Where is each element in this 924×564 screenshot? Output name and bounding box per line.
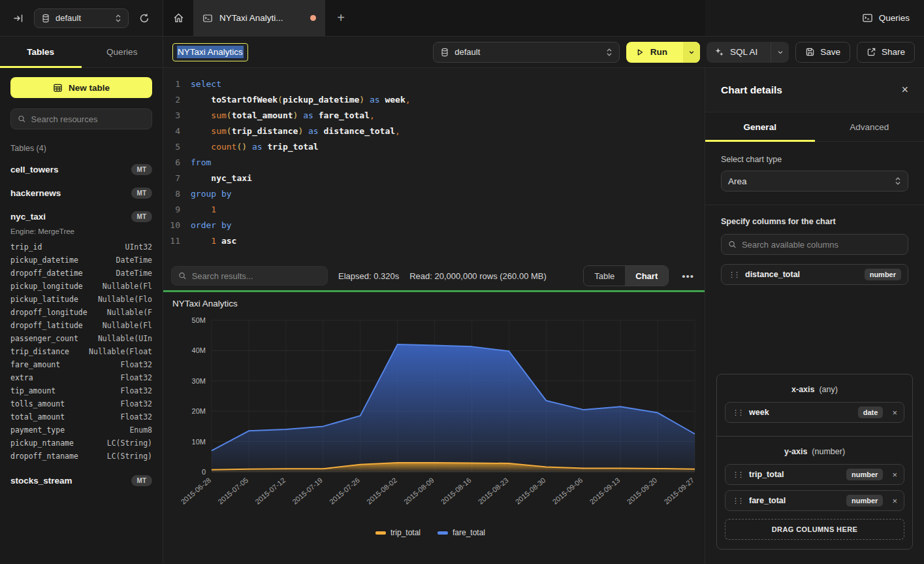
code-line: 5 count() as trip_total [163,139,705,155]
column-row[interactable]: tolls_amountFloat32 [10,397,152,410]
code-token: order by [191,218,232,233]
search-icon [728,240,737,249]
resources-search[interactable] [10,108,152,129]
column-row[interactable]: total_amountFloat32 [10,410,152,423]
run-button[interactable]: Run [626,42,700,63]
toggle-table[interactable]: Table [584,266,625,286]
code-line: 3 sum(total_amount) as fare_total, [163,108,705,124]
query-title-selected-text: NYTaxi Analytics [177,46,244,58]
column-drag-item[interactable]: ⋮⋮fare_totalnumber× [725,490,904,511]
column-type-badge: number [846,495,883,506]
queries-button[interactable]: Queries [862,12,910,24]
legend-item-fare_total[interactable]: fare_total [438,528,485,537]
code-token [191,202,211,218]
column-name: dropoff_longitude [10,308,88,317]
column-row[interactable]: pickup_datetimeDateTime [10,254,152,267]
results-search-input[interactable] [192,271,321,281]
save-button[interactable]: Save [795,42,850,63]
column-type-badge: number [865,269,901,280]
column-drag-item[interactable]: ⋮⋮trip_totalnumber× [725,464,904,485]
collapse-sidebar-button[interactable] [9,9,27,27]
new-table-button[interactable]: New table [10,77,152,98]
code-token: toStartOfWeek [211,92,278,108]
code-token [191,171,211,186]
home-icon [173,12,184,24]
drag-handle-icon[interactable]: ⋮⋮ [732,471,742,479]
column-row[interactable]: trip_distanceNullable(Float [10,345,152,358]
y-tick-label: 50M [192,316,206,324]
home-button[interactable] [163,0,193,36]
run-options-caret[interactable] [683,42,700,63]
columns-search-input[interactable] [742,240,901,250]
sql-ai-caret[interactable] [771,42,789,63]
new-tab-button[interactable]: + [325,0,357,36]
column-row[interactable]: dropoff_datetimeDateTime [10,267,152,280]
table-name: stocks_stream [10,476,72,486]
resources-search-input[interactable] [31,114,145,124]
column-type: UInt32 [125,242,152,252]
drag-columns-dropzone[interactable]: DRAG COLUMNS HERE [725,519,904,540]
column-row[interactable]: pickup_longitudeNullable(Fl [10,280,152,293]
column-row[interactable]: pickup_ntanameLC(String) [10,437,152,450]
column-name: dropoff_datetime [10,269,83,278]
code-token: , [406,92,411,108]
column-row[interactable]: dropoff_latitudeNullable(Fl [10,319,152,332]
share-button[interactable]: Share [857,42,915,63]
drag-handle-icon[interactable]: ⋮⋮ [728,271,739,279]
column-row[interactable]: fare_amountFloat32 [10,358,152,371]
legend-item-trip_total[interactable]: trip_total [375,528,421,537]
sidebar-tab-queries[interactable]: Queries [82,37,163,67]
chart-type-selector[interactable]: Area [721,171,908,191]
table-row[interactable]: stocks_streamMT [10,473,152,488]
sql-ai-button[interactable]: SQL AI [707,42,789,63]
code-token: ) [359,92,364,108]
close-icon[interactable]: × [901,83,908,97]
tab-advanced[interactable]: Advanced [815,112,924,141]
refresh-button[interactable] [135,9,153,27]
column-row[interactable]: tip_amountFloat32 [10,384,152,397]
columns-search[interactable] [721,234,908,255]
results-search[interactable] [171,266,328,286]
column-row[interactable]: payment_typeEnum8 [10,423,152,437]
x-tick-label: 2015-08-23 [477,476,510,505]
column-type: LC(String) [107,439,152,448]
remove-column-icon[interactable]: × [889,496,897,506]
database-selector[interactable]: default [34,8,129,28]
query-title-input[interactable]: NYTaxi Analytics [172,43,248,61]
column-drag-item[interactable]: ⋮⋮distance_totalnumber [721,264,908,285]
drag-handle-icon[interactable]: ⋮⋮ [732,408,742,417]
column-row[interactable]: pickup_latitudeNullable(Flo [10,293,152,306]
top-bar: default NYTaxi Analyti... + Queries [0,0,924,37]
drag-handle-icon[interactable]: ⋮⋮ [732,497,742,505]
column-drag-item[interactable]: ⋮⋮weekdate× [725,402,904,423]
remove-column-icon[interactable]: × [889,408,897,418]
run-button-main[interactable]: Run [626,42,678,63]
column-row[interactable]: dropoff_ntanameLC(String) [10,450,152,463]
x-tick-label: 2015-06-28 [179,476,212,505]
column-type: Nullable(UIn [98,334,152,343]
table-row[interactable]: cell_towersMT [10,162,152,176]
table-row[interactable]: hackernewsMT [10,186,152,200]
chevron-down-icon [777,49,784,56]
column-row[interactable]: trip_idUInt32 [10,241,152,254]
sidebar-tab-tables[interactable]: Tables [0,37,82,67]
line-number: 4 [163,124,180,139]
column-row[interactable]: passenger_countNullable(UIn [10,332,152,345]
remove-column-icon[interactable]: × [889,470,897,480]
y-tick-label: 10M [192,438,206,446]
run-database-selector[interactable]: default [433,42,619,63]
engine-badge: MT [131,211,152,222]
sql-editor[interactable]: 1select2 toStartOfWeek(pickup_datetime) … [163,68,705,261]
x-tick-label: 2015-08-09 [402,476,436,505]
column-row[interactable]: extraFloat32 [10,371,152,384]
sql-ai-main[interactable]: SQL AI [707,42,765,63]
column-type: Nullable(Float [89,347,152,356]
column-row[interactable]: dropoff_longitudeNullable(F [10,306,152,319]
more-options-button[interactable]: ••• [679,271,697,282]
query-tab-active[interactable]: NYTaxi Analyti... [193,0,325,36]
toggle-chart[interactable]: Chart [625,266,668,286]
tab-general[interactable]: General [705,112,815,141]
code-token: week [385,92,405,108]
column-name: fare_amount [10,360,60,369]
table-row[interactable]: nyc_taxiMT [10,209,152,224]
